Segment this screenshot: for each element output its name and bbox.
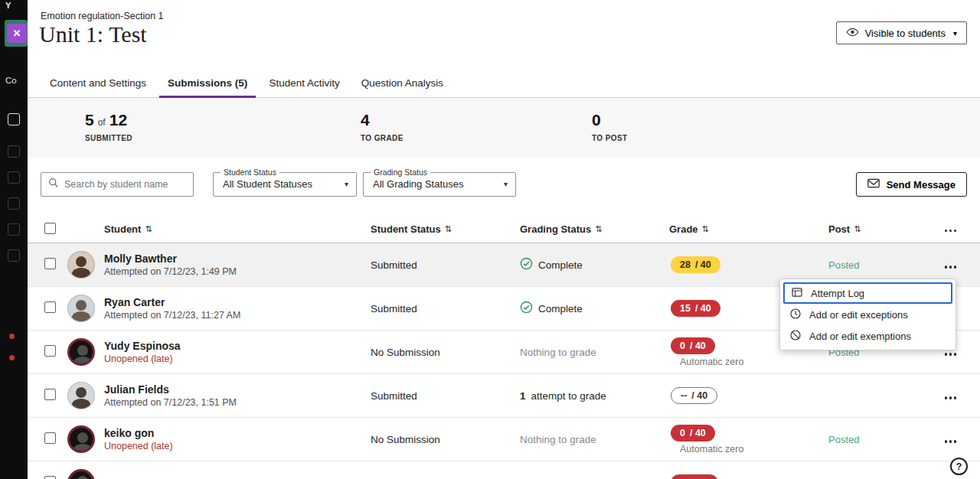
table-row[interactable]: Julian Fields Attempted on 7/12/23, 1:51… [28, 374, 980, 418]
row-overflow-menu[interactable] [942, 393, 959, 403]
complete-check-icon [520, 257, 533, 272]
row-checkbox[interactable] [44, 345, 56, 357]
post-status: Posted [828, 259, 859, 271]
grading-status-cell: 1 attempt to grade [520, 390, 669, 402]
avatar [67, 295, 95, 322]
grade-pill[interactable]: 15/ 40 [671, 300, 720, 317]
column-header-post[interactable]: Post⇅ [807, 223, 933, 235]
grade-note: Automatic zero [680, 444, 743, 455]
grade-pill[interactable]: 28/ 40 [671, 256, 720, 273]
grade-pill[interactable]: 0/ 40 [671, 337, 715, 354]
row-checkbox[interactable] [44, 301, 56, 313]
submitted-total: 12 [109, 111, 127, 129]
breadcrumb: Emotion regulation-Section 1 [41, 11, 164, 21]
post-status: Posted [828, 434, 859, 445]
student-status-cell: Submitted [371, 390, 520, 402]
table-row[interactable] [28, 461, 980, 479]
table-row[interactable]: keiko gon Unopened (late) No Submission … [28, 418, 980, 461]
eye-icon [846, 28, 859, 39]
attempt-info: Attempted on 7/12/23, 1:51 PM [104, 397, 371, 408]
to-grade-count: 4 [361, 111, 370, 129]
student-status-cell: No Submission [371, 434, 520, 445]
select-all-checkbox[interactable] [44, 223, 56, 234]
sidebar-icon[interactable] [8, 145, 20, 158]
grade-pill[interactable]: --/ 40 [671, 387, 717, 404]
tab-content-and-settings[interactable]: Content and Settings [39, 70, 157, 97]
help-button[interactable]: ? [950, 458, 968, 475]
student-name[interactable]: keiko gon [104, 427, 371, 439]
menu-item-add-exceptions[interactable]: Add or edit exceptions [783, 304, 952, 325]
row-checkbox[interactable] [44, 476, 56, 479]
row-overflow-menu[interactable] [942, 436, 959, 447]
sort-icon: ⇅ [854, 224, 861, 234]
stat-to-grade: 4 TO GRADE [361, 111, 403, 142]
grade-pill[interactable] [671, 474, 718, 479]
to-post-count: 0 [592, 111, 601, 129]
row-overflow-menu[interactable] [942, 262, 959, 272]
student-search[interactable] [41, 172, 194, 197]
row-checkbox[interactable] [44, 432, 56, 444]
grade-pill[interactable]: 0/ 40 [671, 425, 715, 442]
student-name[interactable]: Molly Bawther [104, 253, 371, 265]
student-name[interactable]: Julian Fields [104, 383, 371, 396]
grading-status-filter[interactable]: Grading Status All Grading Statuses ▾ [363, 172, 516, 197]
stats-band: 5 of 12 SUBMITTED 4 TO GRADE 0 TO POST [28, 98, 980, 158]
sort-icon: ⇅ [702, 224, 709, 234]
sidebar-icon[interactable] [8, 223, 20, 236]
sidebar-icon[interactable] [8, 197, 20, 210]
chevron-down-icon: ▾ [953, 29, 957, 37]
tab-question-analysis[interactable]: Question Analysis [351, 70, 454, 97]
column-header-grade[interactable]: Grade⇅ [669, 223, 807, 235]
attempt-info: Unopened (late) [104, 354, 371, 364]
log-icon [791, 286, 803, 301]
row-context-menu: Attempt Log Add or edit exceptions Add o… [779, 279, 956, 350]
grade-note: Automatic zero [680, 357, 743, 367]
send-message-button[interactable]: Send Message [856, 172, 967, 197]
grading-status-cell: Complete [520, 257, 669, 272]
grading-status-cell: Complete [520, 301, 669, 316]
close-icon: ✕ [13, 28, 21, 39]
avatar [67, 469, 95, 479]
visibility-dropdown-button[interactable]: Visible to students ▾ [836, 21, 967, 44]
student-status-filter[interactable]: Student Status All Student Statuses ▾ [213, 172, 357, 197]
sidebar-icon[interactable] [8, 171, 20, 184]
submitted-caption: SUBMITTED [85, 134, 132, 142]
visibility-label: Visible to students [865, 28, 946, 39]
row-checkbox[interactable] [44, 389, 56, 400]
header-overflow-menu[interactable] [942, 226, 959, 236]
block-icon [789, 329, 802, 344]
envelope-icon [867, 178, 880, 191]
chevron-down-icon: ▾ [345, 173, 348, 196]
row-checkbox[interactable] [44, 258, 56, 269]
close-panel-button[interactable]: ✕ [7, 24, 27, 43]
chevron-down-icon: ▾ [504, 173, 508, 196]
stat-submitted: 5 of 12 SUBMITTED [85, 111, 132, 142]
tab-submissions[interactable]: Submissions (5) [157, 70, 258, 97]
notification-dot [9, 355, 15, 360]
column-header-student[interactable]: Student⇅ [104, 223, 371, 235]
student-name[interactable]: Yudy Espinosa [104, 340, 371, 352]
search-input[interactable] [64, 179, 186, 190]
submitted-count: 5 [85, 111, 94, 129]
page-title: Unit 1: Test [39, 21, 147, 47]
stat-to-post: 0 TO POST [592, 111, 628, 142]
column-header-grading-status[interactable]: Grading Status⇅ [520, 223, 669, 235]
sidebar-partial-text-2: Co [5, 76, 17, 85]
column-header-student-status[interactable]: Student Status⇅ [371, 223, 520, 235]
menu-item-add-exemptions[interactable]: Add or edit exemptions [783, 325, 952, 347]
row-overflow-menu[interactable] [942, 349, 959, 360]
to-post-caption: TO POST [592, 134, 628, 142]
student-name[interactable]: Ryan Carter [104, 296, 371, 308]
collapsed-course-sidebar: Y ✕ Co [0, 0, 28, 479]
question-icon: ? [956, 461, 962, 472]
grading-status-filter-label: Grading Status [371, 168, 430, 177]
menu-item-attempt-log[interactable]: Attempt Log [783, 282, 952, 304]
sort-icon: ⇅ [445, 224, 452, 234]
app-window: Y ✕ Co Emotion regulation-Section 1 Unit… [0, 0, 980, 479]
sidebar-gradebook-icon[interactable] [8, 113, 20, 125]
attempt-info: Attempted on 7/12/23, 11:27 AM [104, 310, 371, 321]
student-status-cell: No Submission [371, 347, 520, 358]
page-header: Emotion regulation-Section 1 Unit 1: Tes… [28, 0, 980, 70]
tab-student-activity[interactable]: Student Activity [258, 70, 350, 97]
sidebar-icon[interactable] [8, 249, 20, 262]
